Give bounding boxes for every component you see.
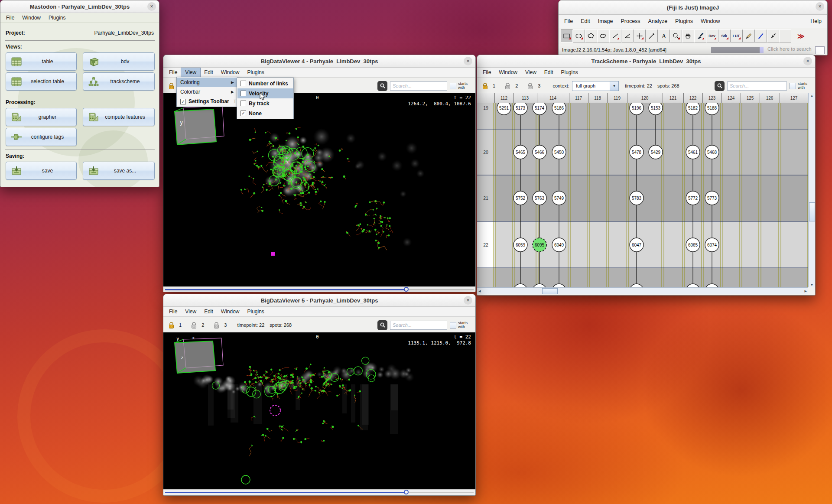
scroll-right-icon[interactable]: ▶ xyxy=(805,289,807,293)
close-icon[interactable]: × xyxy=(816,2,824,11)
menu-plugins[interactable]: Plugins xyxy=(671,17,697,26)
slider-knob[interactable] xyxy=(404,287,409,292)
polygon-tool-icon[interactable] xyxy=(585,29,597,42)
column-header-123[interactable]: 123 xyxy=(702,93,722,103)
spot-node[interactable]: 5773 xyxy=(705,191,719,205)
lock-icon[interactable] xyxy=(168,322,175,329)
scroll-down-icon[interactable]: ▼ xyxy=(810,283,813,286)
menu-item-coloring[interactable]: Coloring▶ xyxy=(177,78,237,87)
spot-node[interactable]: 6047 xyxy=(630,238,644,252)
bdv4-canvas[interactable]: y 0 t = 22 1264.2, 800.4, 1087.6 xyxy=(163,93,475,286)
configure-tags-button[interactable]: configure tags xyxy=(6,128,77,146)
menu-plugins[interactable]: Plugins xyxy=(244,307,268,316)
wand-tool-icon[interactable] xyxy=(646,29,658,42)
lut-tool-icon[interactable]: LUT xyxy=(731,29,743,42)
submenu-item-none[interactable]: ✓None xyxy=(237,108,293,118)
menu-file[interactable]: File xyxy=(165,307,181,316)
menu-window[interactable]: Window xyxy=(217,68,244,77)
pencil-tool-icon[interactable] xyxy=(743,29,755,42)
submenu-item-number-of-links[interactable]: Number of links xyxy=(237,78,293,88)
slider-track-filled[interactable] xyxy=(165,289,406,290)
search-input[interactable] xyxy=(390,81,447,91)
trackscheme-titlebar[interactable]: TrackScheme - Parhyale_LimbDev_30tps × xyxy=(477,55,815,68)
menu-analyze[interactable]: Analyze xyxy=(644,17,671,26)
menu-edit[interactable]: Edit xyxy=(577,17,594,26)
starts-with-checkbox[interactable]: starts with xyxy=(450,82,471,90)
column-header-118[interactable]: 118 xyxy=(588,93,607,103)
search-input[interactable] xyxy=(727,81,787,91)
time-slider[interactable] xyxy=(163,286,475,292)
stk-tool-icon[interactable]: Stk xyxy=(718,29,731,42)
menu-file[interactable]: File xyxy=(560,17,577,26)
table-button[interactable]: table xyxy=(6,52,77,71)
column-header-113[interactable]: 113 xyxy=(514,93,537,103)
unlock-icon[interactable] xyxy=(190,322,198,329)
column-header-121[interactable]: 121 xyxy=(663,93,683,103)
menu-help[interactable]: Help xyxy=(806,17,826,26)
search-icon[interactable] xyxy=(715,81,725,91)
spot-node[interactable]: 5763 xyxy=(533,191,546,205)
time-slider[interactable] xyxy=(163,489,475,495)
text-tool-icon[interactable]: A xyxy=(658,29,670,42)
spot-node[interactable]: 5450 xyxy=(552,145,566,159)
column-header-124[interactable]: 124 xyxy=(722,93,741,103)
empty-tool-slot[interactable] xyxy=(779,29,791,42)
close-icon[interactable]: × xyxy=(464,296,472,305)
spot-node[interactable]: 5291 xyxy=(497,103,511,115)
column-header-114[interactable]: 114 xyxy=(537,93,569,103)
unlock-icon[interactable] xyxy=(504,82,511,90)
trackscheme-button[interactable]: trackscheme xyxy=(83,72,155,91)
spot-node[interactable]: 5186 xyxy=(552,103,566,115)
menu-file[interactable]: File xyxy=(2,13,18,22)
starts-with-checkbox[interactable]: starts with xyxy=(450,321,471,329)
mastodon-titlebar[interactable]: Mastodon - Parhyale_LimbDev_30tps × xyxy=(0,0,159,13)
spot-node[interactable]: 5429 xyxy=(649,145,663,159)
starts-with-checkbox[interactable]: starts with xyxy=(790,82,811,90)
horizontal-scrollbar[interactable]: ◀ ▶ xyxy=(477,287,808,294)
scroll-left-icon[interactable]: ◀ xyxy=(478,289,481,293)
zoom-tool-icon[interactable] xyxy=(670,29,682,42)
point-tool-icon[interactable] xyxy=(634,29,646,42)
more-tools-icon[interactable]: ≫ xyxy=(797,32,805,40)
spot-node[interactable]: 5173 xyxy=(514,103,527,115)
checkbox-icon[interactable] xyxy=(450,322,456,328)
bdv-button[interactable]: bdv xyxy=(83,52,155,71)
menu-image[interactable]: Image xyxy=(594,17,617,26)
line-tool-icon[interactable] xyxy=(609,29,621,42)
menu-item-settings-toolbar[interactable]: ✓Settings ToolbarT xyxy=(177,97,237,106)
column-header-126[interactable]: 126 xyxy=(760,93,780,103)
spot-node[interactable]: 5465 xyxy=(514,145,527,159)
save-as-button[interactable]: save as... xyxy=(83,162,155,180)
menu-view[interactable]: View xyxy=(181,307,200,316)
chevron-down-icon[interactable]: ▼ xyxy=(610,81,618,91)
spot-node[interactable]: 6065 xyxy=(686,238,700,252)
column-header-117[interactable]: 117 xyxy=(569,93,588,103)
imagej-titlebar[interactable]: (Fiji Is Just) ImageJ × xyxy=(559,0,827,15)
paintbrush-tool-icon[interactable] xyxy=(755,29,767,42)
lock-icon[interactable] xyxy=(168,82,175,90)
column-header-112[interactable]: 112 xyxy=(494,93,514,103)
scrollbar-thumb[interactable] xyxy=(809,202,815,221)
menu-view[interactable]: View xyxy=(521,68,540,77)
menu-file[interactable]: File xyxy=(479,68,495,77)
column-header-120[interactable]: 120 xyxy=(627,93,663,103)
menu-plugins[interactable]: Plugins xyxy=(557,68,582,77)
checkbox-icon[interactable] xyxy=(450,83,456,89)
pen-tool-icon[interactable] xyxy=(767,29,779,42)
spot-node[interactable]: 6059 xyxy=(514,238,527,252)
scroll-up-icon[interactable]: ▲ xyxy=(810,94,813,97)
column-header-125[interactable]: 125 xyxy=(741,93,760,103)
color-picker-tool-icon[interactable] xyxy=(694,29,706,42)
lock-icon[interactable] xyxy=(481,82,489,90)
spot-node[interactable]: 5174 xyxy=(533,103,546,115)
bdv5-titlebar[interactable]: BigDataViewer 5 - Parhyale_LimbDev_30tps… xyxy=(163,294,475,307)
spot-node[interactable]: 5783 xyxy=(630,191,644,205)
freehand-tool-icon[interactable] xyxy=(597,29,609,42)
menu-view[interactable]: View xyxy=(181,68,200,77)
trackscheme-graph[interactable]: 5291517351745186519651535182518854655466… xyxy=(477,103,808,287)
spot-node[interactable]: 5153 xyxy=(649,103,663,115)
menu-edit[interactable]: Edit xyxy=(200,307,217,316)
rectangle-tool-icon[interactable] xyxy=(561,29,573,42)
spot-node[interactable]: 5188 xyxy=(705,103,719,115)
spot-node[interactable]: 5466 xyxy=(533,145,546,159)
